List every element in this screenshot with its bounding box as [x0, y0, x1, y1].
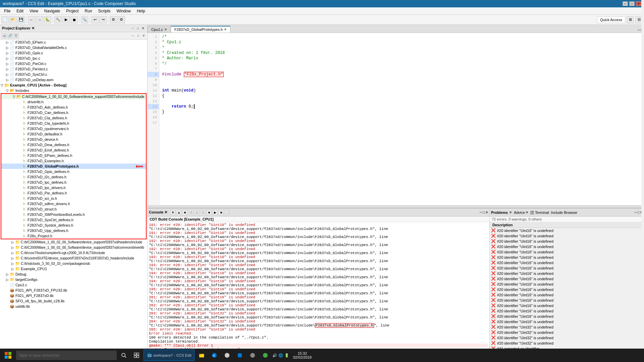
- toolbar-perspective1[interactable]: ⊞: [627, 16, 634, 23]
- editor-minimize-btn[interactable]: ─: [638, 28, 640, 32]
- console-btn-10[interactable]: ⬜: [224, 210, 230, 215]
- problem-item-21[interactable]: ❌#20 identifier "Uint32" is undefined: [490, 335, 644, 341]
- tree-item-pievect[interactable]: ▷ 📄 F2837xD_PieVect.c: [0, 66, 147, 72]
- pe-link-btn[interactable]: 🔗: [7, 33, 13, 39]
- tree-item-cla-h[interactable]: ▷ h F2837xD_Cla_defines.h: [1, 115, 146, 121]
- tree-item-can-h[interactable]: ▷ h F2837xD_Can_defines.h: [1, 110, 146, 115]
- tree-item-epwm-def-h[interactable]: ▷ h F2837xD_EPwm_defines.h: [1, 153, 146, 158]
- problem-item-22[interactable]: ❌#20 identifier "Uint32" is undefined: [490, 341, 644, 346]
- tree-item-sdfm-h[interactable]: ▷ h F2837xD_sdfrm_drivers.h: [1, 201, 146, 206]
- console-btn-8[interactable]: ▶: [212, 210, 218, 215]
- editor-tab-cpu1c[interactable]: Cpu1.c ✕: [148, 26, 171, 33]
- tree-item-f2837xd_epwm[interactable]: ▷ 📄 F2837xD_EPwm.c: [0, 40, 147, 45]
- maximize-button[interactable]: □: [629, 1, 635, 6]
- tree-item-defaultisr-h[interactable]: ▷ h F2837xD_defaultisr.h: [1, 131, 146, 137]
- toolbar-debug[interactable]: 🐛: [44, 16, 51, 23]
- start-button[interactable]: [1, 349, 15, 362]
- quick-access-input[interactable]: Quick Access: [597, 16, 625, 23]
- tree-item-sysctrl[interactable]: ▷ 📄 F2837xD_SysCtrl.c: [0, 72, 147, 77]
- tree-item-example-cpu1-src[interactable]: ▷ 📁 Example_CPU1: [0, 266, 147, 272]
- toolbar-save[interactable]: 💾: [17, 16, 25, 23]
- toolbar-undo[interactable]: ↩: [91, 16, 99, 23]
- editor-code-area[interactable]: 1 2 3 4 5 6 7 8 9 10 11 12 13 14 15 16 1: [148, 33, 644, 205]
- problem-item-23[interactable]: ❌#41 expected an identifier: [490, 346, 644, 349]
- close-button[interactable]: ✕: [636, 1, 641, 6]
- tree-item-f28x-proj-h[interactable]: ▷ h F28x_Project.h: [1, 233, 146, 239]
- tree-item-ipc[interactable]: ▷ 📄 F2837xD_Ipc.c: [0, 56, 147, 61]
- problem-item-2[interactable]: ❌#20 identifier "Uint16" is undefined: [490, 233, 644, 239]
- tree-item-pie-h[interactable]: ▷ h F2837xD_Pie_defines.h: [1, 190, 146, 196]
- win-tb-search-icon[interactable]: [118, 350, 129, 361]
- tree-item-sfo-lib[interactable]: ▷ 📦 SFO_v8_fpu_lib_build_c28.lib: [0, 298, 147, 304]
- problem-item-4[interactable]: ❌#20 identifier "Uint16" is undefined: [490, 244, 644, 249]
- tree-item-usblib[interactable]: ▷ 📦 usblib.lib: [0, 304, 147, 309]
- console-btn-5[interactable]: □: [194, 210, 200, 215]
- console-btn-3[interactable]: ■: [182, 210, 187, 215]
- console-btn-1[interactable]: ▼: [170, 210, 175, 215]
- pe-min[interactable]: ─: [130, 34, 135, 38]
- pe-max[interactable]: □: [136, 34, 141, 38]
- console-min-btn[interactable]: ─: [480, 210, 482, 214]
- tree-item-upp-h[interactable]: ▷ h F2837xD_Upp_defines.h: [1, 228, 146, 233]
- tree-item-f021-fpu32-lib[interactable]: ▷ 📦 F021_API_F2837xD_FPU32.lib: [0, 288, 147, 293]
- tree-item-include-path1[interactable]: ▽ 📂 C:/ti/C2000Ware_1_00_02_00_Software/…: [1, 94, 146, 99]
- tree-item-include-path4[interactable]: ▷ 📁 C:/ti/ccsv7/tools/compiler/ti-cgt-c2…: [0, 250, 147, 255]
- problem-item-14[interactable]: ❌#20 identifier "Uint16" is undefined: [490, 298, 644, 303]
- toolbar-misc1[interactable]: ⚙: [110, 16, 117, 23]
- tree-item-f021-lib[interactable]: ▷ 📦 F021_API_F2837xD.lib: [0, 293, 147, 298]
- panel-close-btn[interactable]: ✕: [141, 26, 145, 31]
- problem-item-13[interactable]: ❌#20 identifier "Uint16" is undefined: [490, 292, 644, 298]
- tree-item-cla-typedefs-h[interactable]: ▷ h F2837xD_Cla_typedefs.h: [1, 121, 146, 126]
- problem-item-9[interactable]: ❌#20 identifier "Uint16" is undefined: [490, 271, 644, 276]
- tree-item-gpio[interactable]: ▷ 📄 F2837xD_Gpio.c: [0, 50, 147, 56]
- toolbar-misc2[interactable]: ⚙: [118, 16, 125, 23]
- problem-item-20[interactable]: ❌#20 identifier "Uint32" is undefined: [490, 330, 644, 335]
- tab-close-advice[interactable]: ✕: [526, 210, 528, 214]
- tree-item-piectrl[interactable]: ▷ 📄 F2837xD_PieCtrl.c: [0, 61, 147, 66]
- toolbar-redo[interactable]: ↪: [99, 16, 107, 23]
- tab-close-problems[interactable]: ✕: [509, 210, 512, 214]
- problems-vscroll[interactable]: [641, 25, 644, 349]
- menu-view[interactable]: View: [27, 8, 41, 14]
- problem-item-1[interactable]: ❌#20 identifier "Uint16" is undefined: [490, 228, 644, 233]
- menu-navigate[interactable]: Navigate: [42, 8, 63, 14]
- include-browser-tab[interactable]: Include Browser: [551, 210, 578, 215]
- console-btn-7[interactable]: ■: [206, 210, 212, 215]
- tree-item-globalvardefs[interactable]: ▷ 📄 F2837xD_GlobalVariableDefs.c: [0, 45, 147, 50]
- toolbar-fwd[interactable]: →: [36, 16, 43, 23]
- tray-icon-1[interactable]: 🔊: [272, 353, 277, 358]
- problem-item-17[interactable]: ❌#20 identifier "Uint16" is undefined: [490, 314, 644, 319]
- tree-item-driverlib-h[interactable]: ▷ h driverlib.h: [1, 99, 146, 105]
- problems-tab[interactable]: Problems: [491, 210, 508, 215]
- problems-min-btn[interactable]: ─: [634, 210, 637, 214]
- tree-item-usdelay[interactable]: ▷ 📄 F2837xD_usDelay.asm: [0, 77, 147, 82]
- problem-item-15[interactable]: ❌#20 identifier "Uint16" is undefined: [490, 303, 644, 308]
- tree-item-adc-h[interactable]: ▷ h F2837xD_Adc_defines.h: [1, 105, 146, 110]
- tray-icon-2[interactable]: 🌐: [278, 353, 283, 358]
- console-btn-2[interactable]: ▲: [176, 210, 181, 215]
- tree-item-ipc-drivers-h[interactable]: ▷ h F2837xD_Ipc_drivers.h: [1, 185, 146, 190]
- win-tb-app1[interactable]: [247, 350, 258, 361]
- tree-item-examples-h[interactable]: ▷ h F2837xD_Examples.h: [1, 158, 146, 164]
- problems-max-btn[interactable]: □: [637, 210, 639, 214]
- problem-item-10[interactable]: ❌#20 identifier "Uint16" is undefined: [490, 276, 644, 282]
- toolbar-search[interactable]: 🔍: [81, 16, 88, 23]
- pe-collapse-btn[interactable]: ◁: [1, 33, 7, 39]
- win-tb-files[interactable]: [234, 350, 246, 361]
- menu-file[interactable]: File: [1, 8, 13, 14]
- tree-item-struct-h[interactable]: ▷ h F2837xD_struct.h: [1, 206, 146, 212]
- pe-filter-btn[interactable]: ▽: [13, 33, 19, 39]
- tree-item-include-path2[interactable]: ▷ 📁 C:/ti/C2000Ware_1_00_02_00_Software/…: [0, 239, 147, 245]
- console-max-btn[interactable]: □: [483, 210, 485, 214]
- problem-item-6[interactable]: ❌#20 identifier "Uint16" is undefined: [490, 255, 644, 260]
- problem-item-16[interactable]: ❌#20 identifier "Uint16" is undefined: [490, 308, 644, 314]
- tab-close-icon[interactable]: ✕: [164, 28, 167, 31]
- tree-item-systick-h[interactable]: ▷ h F2837xD_Systick_defines.h: [1, 223, 146, 228]
- console-close-btn[interactable]: ✕: [485, 210, 488, 214]
- toolbar-run[interactable]: ▶: [62, 16, 70, 23]
- console-btn-4[interactable]: □: [188, 210, 194, 215]
- tree-item-cpu1c[interactable]: ▷ 📄 Cpu1.c: [0, 282, 147, 288]
- toolbar-build[interactable]: 🔨: [54, 16, 62, 23]
- pe-close[interactable]: ✕: [141, 34, 146, 38]
- tree-item-include-path3[interactable]: ▷ 📁 C:/ti/C2000Ware_1_00_02_00_Software/…: [0, 245, 147, 250]
